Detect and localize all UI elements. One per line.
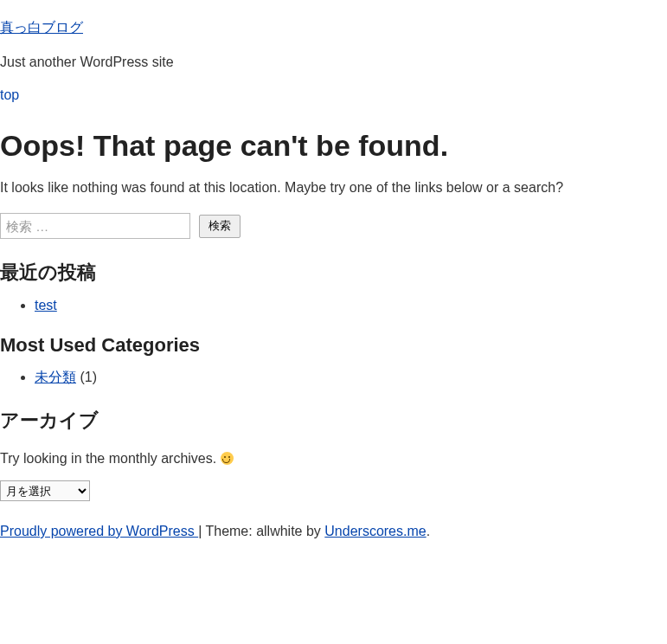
powered-by-link[interactable]: Proudly powered by WordPress [0, 524, 198, 538]
category-link[interactable]: 未分類 [35, 370, 76, 384]
search-form: 検索 [0, 213, 667, 239]
footer-period: . [426, 524, 430, 538]
archives-description: Try looking in the monthly archives. [0, 451, 667, 467]
list-item: 未分類 (1) [35, 369, 667, 387]
theme-prefix: Theme: allwhite by [205, 524, 324, 538]
error-description: It looks like nothing was found at this … [0, 180, 667, 196]
category-count: (1) [80, 370, 97, 384]
recent-posts-heading: 最近の投稿 [0, 260, 667, 286]
recent-post-link[interactable]: test [35, 298, 57, 312]
search-input[interactable] [0, 213, 190, 239]
top-nav-link[interactable]: top [0, 87, 667, 103]
site-title-link[interactable]: 真っ白ブログ [0, 19, 667, 37]
categories-list: 未分類 (1) [0, 369, 667, 387]
page-title: Oops! That page can't be found. [0, 129, 667, 163]
site-description: Just another WordPress site [0, 55, 667, 70]
archives-heading: アーカイブ [0, 408, 667, 434]
footer: Proudly powered by WordPress | Theme: al… [0, 524, 667, 539]
archive-month-select[interactable]: 月を選択 [0, 480, 90, 501]
list-item: test [35, 298, 667, 313]
categories-heading: Most Used Categories [0, 334, 667, 357]
recent-posts-list: test [0, 298, 667, 313]
archives-description-text: Try looking in the monthly archives. [0, 451, 221, 466]
smiley-icon [221, 452, 234, 465]
theme-author-link[interactable]: Underscores.me [324, 524, 426, 538]
search-button[interactable]: 検索 [199, 215, 241, 238]
